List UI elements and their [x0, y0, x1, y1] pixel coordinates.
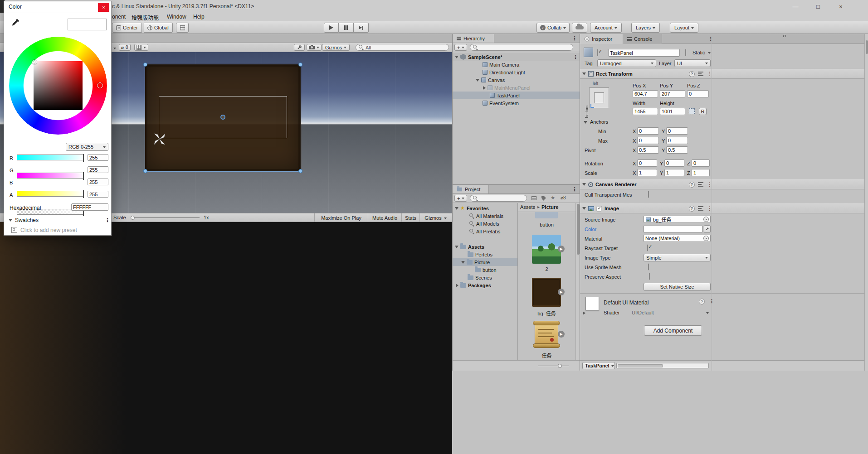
- scene-menu-icon[interactable]: ⋮: [573, 54, 578, 60]
- hierarchy-row-eventsystem[interactable]: EventSystem: [453, 99, 580, 107]
- static-checkbox[interactable]: [685, 49, 686, 56]
- asset-folder-thumb[interactable]: [535, 212, 558, 218]
- scene-grid-button[interactable]: [134, 44, 148, 51]
- saved-search-star-icon[interactable]: ★: [551, 195, 555, 201]
- anchor-preset-widget[interactable]: [589, 87, 609, 108]
- project-row-button-folder[interactable]: button: [453, 266, 517, 274]
- channel-b-slider[interactable]: [17, 191, 84, 197]
- tab-inspector[interactable]: Inspector: [580, 34, 623, 44]
- swatches-foldout-icon[interactable]: [9, 219, 12, 222]
- asset-label[interactable]: 任务: [518, 352, 575, 359]
- bottom-horizontal-scrollbar[interactable]: [616, 363, 709, 368]
- hierarchy-search-input[interactable]: [470, 44, 573, 51]
- anchor-min-y-field[interactable]: [666, 127, 688, 135]
- project-row-picture[interactable]: Picture: [453, 258, 517, 266]
- window-right-scrollbar-thumb[interactable]: [866, 40, 868, 54]
- game-gizmos-dropdown[interactable]: Gizmos: [419, 213, 451, 222]
- rotation-z-field[interactable]: [692, 159, 710, 167]
- static-chevron-icon[interactable]: [708, 52, 711, 55]
- anchor-max-y-field[interactable]: [666, 137, 688, 144]
- add-component-button[interactable]: Add Component: [644, 325, 702, 336]
- scale-x-field[interactable]: [637, 169, 657, 176]
- add-preset-label[interactable]: Click to add new preset: [20, 227, 77, 233]
- anchors-foldout-icon[interactable]: [584, 121, 587, 124]
- scene-visibility-button[interactable]: ⌀0: [119, 44, 131, 51]
- channel-a-value[interactable]: [88, 191, 108, 198]
- account-dropdown[interactable]: Account: [590, 23, 622, 33]
- project-row-all-prefabs[interactable]: All Prefabs: [453, 227, 517, 235]
- collab-button[interactable]: ✓ Collab: [536, 23, 570, 33]
- foldout-open-icon[interactable]: [476, 79, 479, 82]
- stats-button[interactable]: Stats: [401, 213, 419, 222]
- help-icon[interactable]: ?: [699, 299, 705, 304]
- preserve-aspect-checkbox[interactable]: [649, 273, 650, 280]
- use-sprite-mesh-checkbox[interactable]: [648, 263, 649, 270]
- asset-bg-task-thumb[interactable]: [532, 278, 561, 307]
- eyedropper-icon[interactable]: [10, 18, 20, 28]
- material-foldout-icon[interactable]: [583, 311, 585, 315]
- foldout-open-icon[interactable]: [455, 56, 458, 58]
- foldout-open-icon[interactable]: [455, 207, 458, 210]
- raycast-target-checkbox[interactable]: [647, 244, 648, 251]
- scale-z-field[interactable]: [692, 169, 710, 176]
- window-right-scrollbar[interactable]: [864, 34, 868, 371]
- anchor-min-x-field[interactable]: [637, 127, 659, 135]
- hierarchy-row-taskpanel[interactable]: TaskPanel: [453, 92, 580, 99]
- blueprint-mode-icon[interactable]: [689, 108, 695, 114]
- panel-menu-icon[interactable]: ⋮: [708, 36, 713, 42]
- pause-button[interactable]: [339, 23, 354, 33]
- scene-search-input[interactable]: All: [356, 44, 449, 51]
- foldout-open-icon[interactable]: [582, 72, 586, 75]
- object-picker-icon[interactable]: [703, 236, 709, 241]
- sprite-expand-icon[interactable]: ▶: [558, 331, 565, 338]
- pivot-handle[interactable]: [220, 115, 225, 120]
- breadcrumb-current[interactable]: Picture: [541, 204, 558, 210]
- foldout-open-icon[interactable]: [455, 246, 458, 248]
- cull-transparent-checkbox[interactable]: [648, 191, 649, 198]
- pivot-center-button[interactable]: Center: [112, 23, 142, 33]
- asset-label[interactable]: 2: [518, 266, 575, 272]
- hexadecimal-field[interactable]: [71, 203, 108, 211]
- panel-menu-icon[interactable]: ⋮: [572, 186, 577, 193]
- channel-r-slider[interactable]: [17, 155, 84, 160]
- create-asset-button[interactable]: +: [454, 195, 467, 202]
- channel-r-value[interactable]: [88, 154, 108, 161]
- rect-handle-top-left[interactable]: [143, 63, 147, 67]
- thumbnail-size-slider-thumb[interactable]: [558, 364, 562, 368]
- image-enabled-checkbox[interactable]: [597, 206, 602, 211]
- create-object-button[interactable]: +: [454, 44, 467, 51]
- sv-indicator[interactable]: [32, 60, 37, 64]
- color-dialog-close-button[interactable]: ×: [98, 3, 109, 12]
- grid-snap-button[interactable]: [176, 23, 189, 33]
- pivot-x-field[interactable]: [637, 146, 659, 154]
- foldout-open-icon[interactable]: [461, 261, 465, 264]
- project-scrollbar-thumb[interactable]: [577, 204, 580, 255]
- project-row-scenes[interactable]: Scenes: [453, 274, 517, 281]
- sprite-expand-icon[interactable]: ▶: [558, 246, 565, 252]
- image-type-dropdown[interactable]: Simple: [644, 254, 711, 261]
- tab-hierarchy[interactable]: Hierarchy: [453, 34, 494, 43]
- menu-window[interactable]: Window: [167, 14, 186, 20]
- rect-handle-bottom-left[interactable]: [143, 169, 147, 173]
- draw-mode-chevron-icon[interactable]: [113, 48, 116, 51]
- maximize-on-play-button[interactable]: Maximize On Play: [314, 213, 368, 222]
- menu-help[interactable]: Help: [193, 14, 205, 20]
- channel-g-slider[interactable]: [17, 173, 84, 179]
- search-by-type-icon[interactable]: [532, 196, 536, 200]
- asset-scroll-thumb[interactable]: [532, 320, 561, 349]
- rect-handle-top-right[interactable]: [298, 63, 302, 67]
- bottom-scrollbar-thumb[interactable]: [618, 364, 663, 367]
- object-picker-icon[interactable]: [703, 217, 709, 222]
- raw-edit-mode-button[interactable]: R: [699, 108, 707, 115]
- presets-icon[interactable]: [698, 72, 703, 76]
- hue-indicator[interactable]: [97, 82, 103, 88]
- asset-label[interactable]: button: [518, 222, 575, 227]
- panel-menu-icon[interactable]: ⋮: [572, 35, 577, 42]
- hierarchy-row-canvas[interactable]: Canvas: [453, 76, 580, 84]
- menu-enhanced[interactable]: 增强版功能: [132, 14, 159, 21]
- rotation-y-field[interactable]: [664, 159, 684, 167]
- shader-chevron-icon[interactable]: [706, 312, 709, 315]
- scale-slider-thumb[interactable]: [131, 216, 135, 220]
- sv-square[interactable]: [34, 61, 83, 110]
- rect-tool-gizmo[interactable]: [152, 132, 167, 146]
